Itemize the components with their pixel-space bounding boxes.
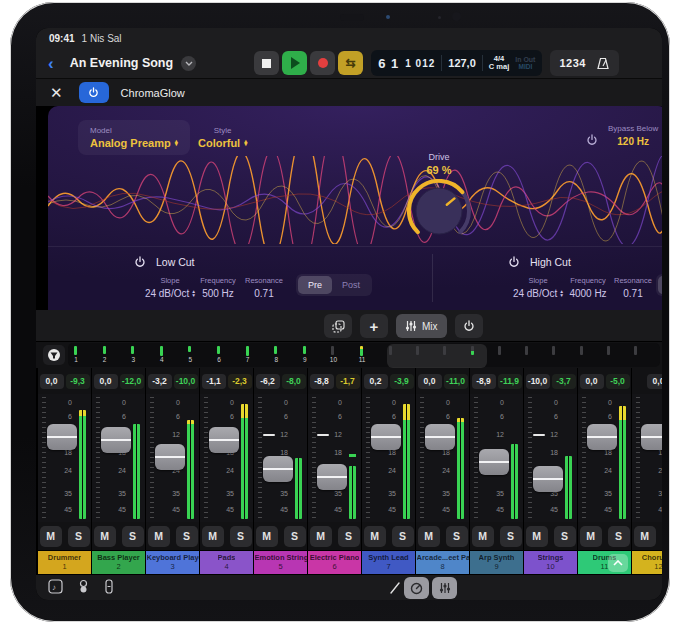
high-cut-prepost-toggle[interactable]: Pre Post [656, 274, 662, 296]
bypass-below-control[interactable]: Bypass Below 120 Hz [608, 124, 658, 147]
volume-value[interactable]: -1,1 [202, 374, 226, 389]
track-tile[interactable]: Electric Piano6 [308, 550, 361, 574]
solo-button[interactable]: S [284, 526, 306, 547]
model-selector[interactable]: Model Analog Preamp ▴▾ [78, 120, 190, 155]
track-tile[interactable]: Pads4 [200, 550, 253, 574]
low-cut-slope[interactable]: Slope 24 dB/Oct ▴▾ [145, 276, 195, 299]
pre-option[interactable]: Pre [658, 276, 662, 294]
solo-button[interactable]: S [230, 526, 252, 547]
solo-button[interactable]: S [338, 526, 360, 547]
fader-cap[interactable] [533, 466, 563, 492]
close-plugin-icon[interactable]: ✕ [50, 85, 63, 100]
track-tile[interactable]: Chorus V12 [632, 550, 662, 574]
record-button[interactable] [310, 51, 335, 75]
fader-cap[interactable] [371, 424, 401, 450]
track-tile[interactable]: Emotion Strings5 [254, 550, 307, 574]
plugin-power-button[interactable] [79, 82, 109, 103]
volume-value[interactable]: -3,2 [148, 374, 172, 389]
solo-button[interactable]: S [176, 526, 198, 547]
mute-button[interactable]: M [40, 526, 62, 547]
fader-cap[interactable] [317, 464, 347, 490]
high-cut-frequency[interactable]: Frequency 4000 Hz [569, 276, 606, 299]
copy-button[interactable] [324, 314, 352, 338]
knob-view-button[interactable] [404, 577, 429, 599]
mixer-power-button[interactable] [455, 314, 483, 338]
solo-button[interactable]: S [554, 526, 576, 547]
mute-button[interactable]: M [580, 526, 602, 547]
solo-button[interactable]: S [446, 526, 468, 547]
volume-value[interactable]: 0,0 [94, 374, 118, 389]
mute-button[interactable]: M [148, 526, 170, 547]
expand-track-button[interactable] [608, 554, 628, 572]
volume-value[interactable]: -10,0 [526, 374, 550, 389]
volume-value[interactable]: -8,8 [310, 374, 334, 389]
volume-value[interactable]: 0,2 [364, 374, 388, 389]
fader-cap[interactable] [425, 424, 455, 450]
solo-button[interactable]: S [122, 526, 144, 547]
play-button[interactable] [282, 51, 307, 75]
volume-value[interactable]: -6,2 [256, 374, 280, 389]
bypass-power-button[interactable] [586, 132, 598, 150]
style-selector[interactable]: Style Colorful ▴▾ [198, 126, 247, 149]
low-cut-resonance[interactable]: Resonance 0.71 [245, 276, 283, 299]
track-tile[interactable]: Keyboard Player3 [146, 550, 199, 574]
fader-cap[interactable] [209, 427, 239, 453]
fader-cap[interactable] [47, 424, 77, 450]
loop-browser-icon[interactable]: ♪ [48, 579, 63, 594]
metronome-icon[interactable] [596, 57, 610, 70]
volume-value[interactable]: 0,0 [647, 374, 663, 389]
track-tile[interactable]: Drummer1 [38, 550, 91, 574]
cycle-button[interactable]: ⇆ [338, 51, 363, 75]
mix-button[interactable]: Mix [396, 314, 447, 338]
fader-cap[interactable] [101, 427, 131, 453]
mute-button[interactable]: M [94, 526, 116, 547]
track-tile[interactable]: Arp Synth9 [470, 550, 523, 574]
mute-button[interactable]: M [364, 526, 386, 547]
solo-button[interactable]: S [392, 526, 414, 547]
song-title[interactable]: An Evening Song [70, 56, 173, 70]
track-tile[interactable]: Strings10 [524, 550, 577, 574]
solo-button[interactable]: S [608, 526, 630, 547]
mute-button[interactable]: M [472, 526, 494, 547]
mute-button[interactable]: M [526, 526, 548, 547]
fader-cap[interactable] [479, 449, 509, 475]
track-tile[interactable]: Bass Player2 [92, 550, 145, 574]
add-track-button[interactable]: + [360, 314, 388, 338]
high-cut-resonance[interactable]: Resonance 0.71 [614, 276, 652, 299]
drive-knob[interactable] [407, 179, 471, 243]
mute-button[interactable]: M [310, 526, 332, 547]
mute-button[interactable]: M [256, 526, 278, 547]
volume-value[interactable]: 0,0 [418, 374, 442, 389]
low-cut-prepost-toggle[interactable]: Pre Post [296, 274, 372, 296]
title-menu-button[interactable] [181, 56, 196, 71]
fader-cap[interactable] [263, 456, 293, 482]
navigator-ribbon[interactable]: 1234567891011 [68, 343, 660, 367]
volume-value[interactable]: 0,0 [580, 374, 604, 389]
low-cut-frequency[interactable]: Frequency 500 Hz [200, 276, 235, 299]
high-cut-slope[interactable]: Slope 24 dB/Oct ▴▾ [513, 276, 563, 299]
count-in-button[interactable]: 1234 [559, 57, 585, 69]
volume-value[interactable]: -8,9 [472, 374, 496, 389]
plugins-icon[interactable] [77, 579, 90, 594]
pre-option[interactable]: Pre [298, 276, 332, 294]
mute-button[interactable]: M [418, 526, 440, 547]
power-icon[interactable] [508, 256, 520, 268]
lcd-display[interactable]: 6 1 1 012 127,0 4/4 C maj In Out MIDI [371, 50, 542, 76]
drive-control[interactable]: Drive 69 % [399, 152, 479, 247]
back-chevron-icon[interactable]: ‹ [48, 55, 54, 72]
track-tile[interactable]: Arcade...eet Pad8 [416, 550, 469, 574]
fader-tools-icon[interactable] [104, 579, 114, 594]
post-option[interactable]: Post [332, 276, 370, 294]
pencil-icon[interactable] [388, 581, 402, 595]
power-icon[interactable] [134, 256, 146, 268]
stop-button[interactable] [254, 51, 279, 75]
mute-button[interactable]: M [202, 526, 224, 547]
solo-button[interactable]: S [500, 526, 522, 547]
volume-value[interactable]: 0,0 [40, 374, 64, 389]
track-tile[interactable]: Synth Lead7 [362, 550, 415, 574]
faders-view-button[interactable] [432, 577, 457, 599]
mute-button[interactable]: M [634, 526, 656, 547]
solo-button[interactable]: S [662, 526, 663, 547]
track-tile[interactable]: Drums11 [578, 550, 631, 574]
solo-button[interactable]: S [68, 526, 90, 547]
